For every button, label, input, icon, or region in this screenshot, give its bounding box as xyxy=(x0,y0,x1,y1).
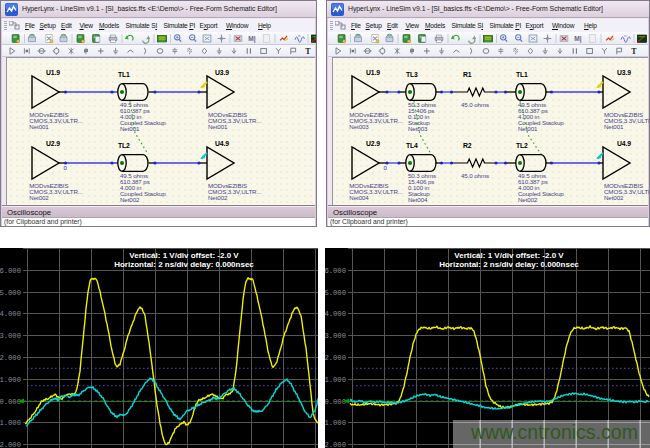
svg-text:3.000: 3.000 xyxy=(325,332,346,340)
svg-text:M|: M| xyxy=(248,35,256,43)
svg-text:M|: M| xyxy=(574,35,582,43)
svg-text:Net004: Net004 xyxy=(408,196,428,203)
svg-text:2.000: 2.000 xyxy=(325,354,346,362)
svg-text:-1.000: -1.000 xyxy=(0,419,21,427)
svg-text:U2.9: U2.9 xyxy=(366,140,380,147)
svg-text:4.000: 4.000 xyxy=(0,310,21,318)
svg-text:2.000: 2.000 xyxy=(0,354,21,362)
svg-text:Net003: Net003 xyxy=(408,125,428,132)
svg-text:U3.9: U3.9 xyxy=(617,69,631,76)
svg-text:U1.9: U1.9 xyxy=(46,69,60,76)
svg-text:U1.9: U1.9 xyxy=(366,69,380,76)
svg-text:4.000: 4.000 xyxy=(325,310,346,318)
svg-text:TL1: TL1 xyxy=(516,71,528,78)
svg-text:n: n xyxy=(624,33,626,38)
svg-text:U3.9: U3.9 xyxy=(215,69,229,76)
svg-text:T: T xyxy=(305,47,311,56)
svg-text:R2: R2 xyxy=(463,142,472,149)
svg-text:Horizontal: 2 ns/div delay: 0: Horizontal: 2 ns/div delay: 0.000nsec xyxy=(439,260,579,269)
svg-text:-2.000: -2.000 xyxy=(0,441,21,448)
svg-text:U4.9: U4.9 xyxy=(215,140,229,147)
svg-text:1.000: 1.000 xyxy=(0,376,21,384)
svg-text:3.000: 3.000 xyxy=(0,332,21,340)
svg-text:1.000: 1.000 xyxy=(325,376,346,384)
svg-text:45.0 ohms: 45.0 ohms xyxy=(461,101,489,108)
svg-text:Net002: Net002 xyxy=(604,194,624,201)
svg-text:R1: R1 xyxy=(463,71,472,78)
svg-text:0: 0 xyxy=(64,165,68,171)
svg-text:www.cntronics.com: www.cntronics.com xyxy=(470,421,638,443)
svg-text:45.0 ohms: 45.0 ohms xyxy=(461,172,489,179)
svg-text:-1.000: -1.000 xyxy=(325,419,346,427)
svg-text:U4.9: U4.9 xyxy=(617,140,631,147)
svg-text:Net001: Net001 xyxy=(29,123,49,130)
svg-text:-2.000: -2.000 xyxy=(325,441,346,448)
svg-text:Verticál: 1 V/div offset: -2: Verticál: 1 V/div offset: -2.0 V xyxy=(454,251,564,260)
svg-text:Net003: Net003 xyxy=(349,123,369,130)
svg-text:n: n xyxy=(298,33,300,38)
svg-text:Verticál: 1 V/div offset: -2: Verticál: 1 V/div offset: -2.0 V xyxy=(129,251,239,260)
svg-text:Net002: Net002 xyxy=(208,194,228,201)
svg-text:Net002: Net002 xyxy=(29,194,49,201)
svg-text:TL3: TL3 xyxy=(406,71,418,78)
svg-text:Net002: Net002 xyxy=(518,196,538,203)
svg-text:Net004: Net004 xyxy=(349,194,369,201)
svg-text:6.000: 6.000 xyxy=(0,267,21,275)
svg-text:0.000: 0.000 xyxy=(0,398,21,406)
svg-text:0: 0 xyxy=(384,165,388,171)
svg-text:T: T xyxy=(631,47,637,56)
svg-text:Net002: Net002 xyxy=(120,196,140,203)
svg-text:TL4: TL4 xyxy=(406,142,418,149)
svg-text:Net001: Net001 xyxy=(208,123,228,130)
svg-text:TL1: TL1 xyxy=(118,71,130,78)
svg-text:TL2: TL2 xyxy=(516,142,528,149)
svg-text:Net001: Net001 xyxy=(120,125,140,132)
svg-text:Net001: Net001 xyxy=(518,125,538,132)
svg-text:0.000: 0.000 xyxy=(325,398,346,406)
svg-text:TL2: TL2 xyxy=(118,142,130,149)
svg-text:6.000: 6.000 xyxy=(325,267,346,275)
svg-text:Net001: Net001 xyxy=(604,123,624,130)
svg-text:5.000: 5.000 xyxy=(325,289,346,297)
svg-text:Horizontal: 2 ns/div delay: 0: Horizontal: 2 ns/div delay: 0.000nsec xyxy=(114,260,254,269)
svg-text:5.000: 5.000 xyxy=(0,289,21,297)
svg-text:U2.9: U2.9 xyxy=(46,140,60,147)
